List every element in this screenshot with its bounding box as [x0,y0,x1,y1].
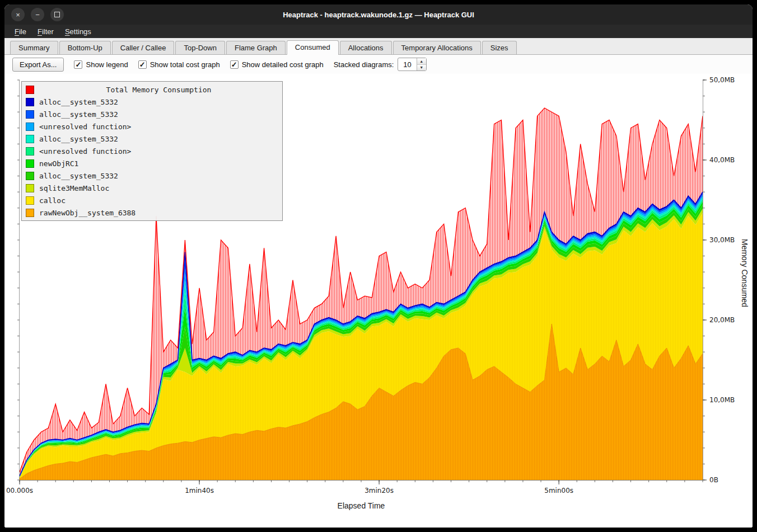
y-tick-label: 20,0MB [709,316,735,324]
legend-swatch [26,159,34,168]
minimize-icon: − [35,11,40,18]
legend-item: calloc [22,194,282,206]
stacked-diagrams-group: Stacked diagrams: 10 ▲ ▼ [334,58,427,71]
checkbox-show-legend[interactable]: ✓Show legend [74,60,128,69]
legend-label: <unresolved function> [39,123,131,131]
app-window: × − Heaptrack - heaptrack.wakunode.1.gz … [4,4,753,528]
legend-label: sqlite3MemMalloc [39,184,109,192]
stacked-diagrams-label: Stacked diagrams: [334,60,394,69]
legend-label: calloc [39,196,66,205]
legend-label: alloc__system_5332 [39,110,118,119]
legend-swatch [26,98,34,106]
tab-top-down[interactable]: Top-Down [175,41,225,54]
maximize-button[interactable] [50,8,64,21]
stacked-diagrams-spinner[interactable]: 10 ▲ ▼ [398,58,426,71]
x-tick-label: 5min00s [544,487,573,495]
tab-temporary-allocations[interactable]: Temporary Allocations [393,41,481,54]
toolbar-checkboxes: ✓Show legend✓Show total cost graph✓Show … [74,60,323,69]
legend-swatch [26,209,34,217]
tab-bottom-up[interactable]: Bottom-Up [59,41,111,54]
legend-swatch [26,147,34,156]
tabbar: SummaryBottom-UpCaller / CalleeTop-DownF… [4,38,753,55]
legend-label: <unresolved function> [39,147,131,156]
legend-swatch [26,184,34,192]
tab-flame-graph[interactable]: Flame Graph [226,41,286,54]
minimize-button[interactable]: − [31,8,44,21]
x-axis-title: Elapsed Time [20,501,703,510]
maximize-icon [54,12,60,17]
legend-item: alloc__system_5332 [22,170,282,182]
legend-label: alloc__system_5332 [39,172,118,180]
menubar: FileFilterSettings [4,25,753,38]
checkbox-label: Show detailed cost graph [242,60,324,69]
legend-swatch [26,110,34,119]
menu-file[interactable]: File [9,26,32,37]
window-title: Heaptrack - heaptrack.wakunode.1.gz — He… [4,11,753,19]
legend-title-row: Total Memory Consumption [22,83,282,96]
close-button[interactable]: × [11,8,25,21]
tab-summary[interactable]: Summary [10,41,58,54]
tab-sizes[interactable]: Sizes [482,41,517,54]
chart-legend: Total Memory Consumptionalloc__system_53… [21,81,283,221]
x-tick-label: 1min40s [185,487,214,495]
legend-item: alloc__system_5332 [22,96,282,108]
spinner-up-icon[interactable]: ▲ [417,58,426,65]
tab-caller-callee[interactable]: Caller / Callee [112,41,175,54]
legend-item: sqlite3MemMalloc [22,182,282,194]
spinner-buttons: ▲ ▼ [417,58,426,70]
toolbar: Export As... ✓Show legend✓Show total cos… [4,55,753,74]
close-icon: × [16,11,20,18]
legend-label: newObjRC1 [39,159,78,168]
x-tick-label: 3min20s [365,487,394,495]
spinner-down-icon[interactable]: ▼ [417,65,426,71]
legend-swatch [26,172,34,180]
legend-label: alloc__system_5332 [39,135,118,143]
legend-item: <unresolved function> [22,120,282,133]
export-as-button[interactable]: Export As... [12,58,64,72]
checkbox-box-icon: ✓ [74,60,82,69]
y-axis-title: Memory Consumed [740,239,749,307]
menu-settings[interactable]: Settings [59,26,97,37]
legend-item: newObjRC1 [22,157,282,170]
y-tick-label: 30,0MB [709,236,735,244]
legend-swatch [26,86,34,94]
y-tick-label: 0B [709,476,718,484]
checkbox-show-detailed-cost-graph[interactable]: ✓Show detailed cost graph [230,60,324,69]
legend-item: alloc__system_5332 [22,133,282,145]
x-tick-label: 00.000s [6,487,33,495]
legend-label: rawNewObj__system_6388 [39,209,135,217]
legend-item: alloc__system_5332 [22,108,282,120]
legend-label: Total Memory Consumption [39,86,278,94]
checkbox-box-icon: ✓ [230,60,239,69]
checkbox-show-total-cost-graph[interactable]: ✓Show total cost graph [138,60,220,69]
y-tick-label: 50,0MB [709,76,735,84]
chart-area: 00.000s1min40s3min20s5min00s0B10,0MB20,0… [4,74,753,528]
legend-label: alloc__system_5332 [39,98,118,106]
y-tick-label: 40,0MB [709,156,735,164]
titlebar: × − Heaptrack - heaptrack.wakunode.1.gz … [4,4,753,25]
checkbox-box-icon: ✓ [138,60,147,69]
legend-swatch [26,123,34,131]
legend-swatch [26,196,34,205]
legend-item: rawNewObj__system_6388 [22,206,282,219]
checkbox-label: Show legend [86,60,128,69]
checkbox-label: Show total cost graph [150,60,220,69]
legend-item: <unresolved function> [22,145,282,157]
menu-filter[interactable]: Filter [32,26,59,37]
y-tick-label: 10,0MB [709,396,735,404]
window-controls: × − [11,8,64,21]
tab-consumed[interactable]: Consumed [287,40,339,55]
legend-swatch [26,135,34,143]
tab-allocations[interactable]: Allocations [340,41,392,54]
spinner-value: 10 [398,58,416,70]
